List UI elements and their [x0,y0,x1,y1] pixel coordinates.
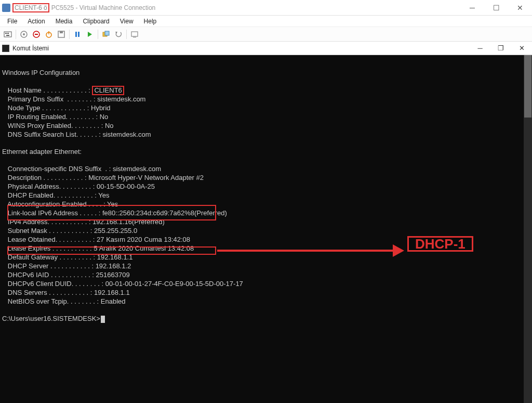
toolbar-divider [16,30,16,39]
save-icon[interactable] [56,29,67,40]
svg-marker-17 [115,32,117,34]
start-icon[interactable] [18,29,30,40]
turnoff-icon[interactable] [31,29,42,40]
dhcp-enabled: DHCP Enabled. . . . . . . . . . . : Yes [2,191,109,199]
svg-rect-1 [5,33,7,34]
arrow-annotation [217,238,404,259]
ctrl-alt-del-icon[interactable] [2,29,14,40]
inner-minimize-button[interactable]: ─ [470,42,490,55]
ipconfig-header: Windows IP Configuration [2,69,79,76]
app-icon [2,4,10,12]
menu-media[interactable]: Media [50,16,78,27]
netbios: NetBIOS over Tcpip. . . . . . . . : Enab… [2,297,125,305]
dns-servers: DNS Servers . . . . . . . . . . . : 192.… [2,289,130,296]
inner-maximize-button[interactable]: ❐ [490,42,511,55]
node-type: Node Type . . . . . . . . . . . . : Hybr… [2,104,111,112]
menu-view[interactable]: View [115,16,139,27]
outer-title-highlight: CLIENT-6 ö [12,3,49,12]
svg-rect-0 [4,32,11,37]
toolbar-divider [98,30,98,39]
inner-titlebar: Komut İstemi ─ ❐ ✕ [0,42,532,55]
callout-dhcp1: DHCP-1 [407,236,473,252]
dhcpv6-duid: DHCPv6 Client DUID. . . . . . . . : 00-0… [2,280,243,288]
svg-rect-7 [35,34,38,35]
ipv4-address: IPv4 Address. . . . . . . . . . . : 192.… [2,218,165,226]
minimize-button[interactable]: ─ [460,0,484,16]
outer-title-rest: PC5525 - Virtual Machine Connection [51,4,156,11]
default-gateway: Default Gateway . . . . . . . . . : 192.… [2,253,132,261]
console-output[interactable]: Windows IP Configuration Host Name . . .… [0,55,532,403]
dhcp-server: DHCP Server . . . . . . . . . . . : 192.… [2,262,131,270]
outer-titlebar: CLIENT-6 ö PC5525 - Virtual Machine Conn… [0,0,532,16]
svg-marker-14 [88,32,92,37]
checkpoint-icon[interactable] [100,29,112,40]
reset-icon[interactable] [84,29,96,40]
scrollbar-thumb[interactable] [524,55,531,118]
cmd-icon [2,45,9,52]
lease-obtained: Lease Obtained. . . . . . . . . . : 27 K… [2,236,190,243]
svg-rect-12 [75,32,77,37]
menu-file[interactable]: File [2,16,22,27]
wins-proxy: WINS Proxy Enabled. . . . . . . . : No [2,122,114,129]
inner-window-buttons: ─ ❐ ✕ [470,42,532,55]
svg-rect-2 [7,33,9,34]
close-button[interactable]: ✕ [508,0,532,16]
host-name-value: CLIENT6 [92,86,124,95]
autoconfiguration: Autoconfiguration Enabled . . . . : Yes [2,200,118,208]
host-name-line: Host Name . . . . . . . . . . . . : [2,86,92,94]
menu-action[interactable]: Action [22,16,50,27]
dhcpv6-iaid: DHCPv6 IAID . . . . . . . . . . . : 2516… [2,271,130,279]
dns-suffix-search: DNS Suffix Search List. . . . . . : sist… [2,131,151,138]
maximize-button[interactable]: ☐ [484,0,508,16]
svg-rect-19 [133,37,136,37]
prompt: C:\Users\user16.SISTEMDESK> [2,315,100,322]
ip-routing: IP Routing Enabled. . . . . . . . : No [2,113,108,121]
svg-rect-11 [60,31,63,33]
outer-window-buttons: ─ ☐ ✕ [460,0,532,16]
toolbar-divider [69,30,70,39]
description: Description . . . . . . . . . . . : Micr… [2,174,204,181]
console-scrollbar[interactable] [524,55,532,403]
inner-title: Komut İstemi [12,45,49,52]
connection-suffix: Connection-specific DNS Suffix . : siste… [2,165,161,173]
adapter-header: Ethernet adapter Ethernet: [2,148,82,155]
svg-rect-13 [78,32,79,37]
link-local-ipv6: Link-local IPv6 Address . . . . . : fe80… [2,209,227,217]
toolbar [0,27,532,42]
pause-icon[interactable] [72,29,83,40]
shutdown-icon[interactable] [43,29,55,40]
svg-rect-3 [6,35,9,36]
toolbar-divider [126,30,127,39]
inner-close-button[interactable]: ✕ [511,42,532,55]
svg-point-5 [23,33,25,35]
menubar: File Action Media Clipboard View Help [0,16,532,27]
revert-icon[interactable] [113,29,124,40]
menu-help[interactable]: Help [139,16,162,27]
cursor [101,316,105,323]
lease-expires: Lease Expires . . . . . . . . . . : 5 Ar… [2,244,194,252]
subnet-mask: Subnet Mask . . . . . . . . . . . : 255.… [2,227,137,235]
svg-rect-18 [131,32,138,36]
enhanced-session-icon[interactable] [129,29,140,40]
svg-rect-16 [105,31,109,35]
primary-dns-suffix: Primary Dns Suffix . . . . . . . : siste… [2,95,145,103]
physical-address: Physical Address. . . . . . . . . : 00-1… [2,183,155,190]
menu-clipboard[interactable]: Clipboard [77,16,114,27]
